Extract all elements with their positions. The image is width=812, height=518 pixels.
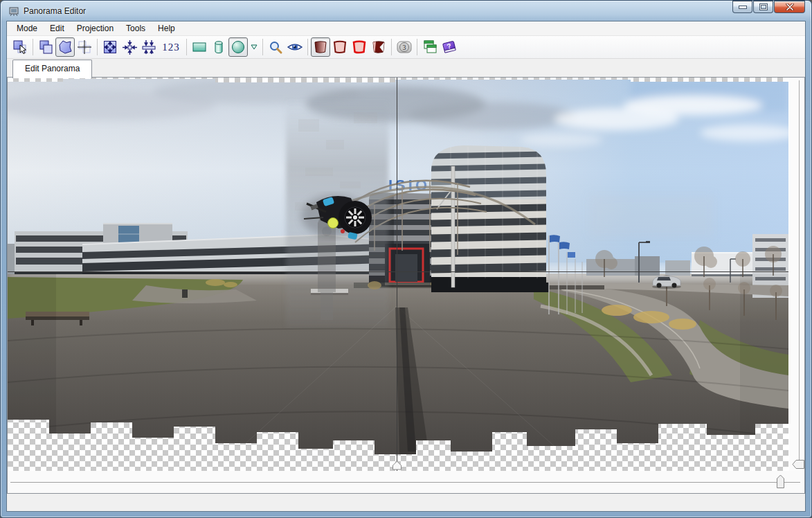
close-button[interactable]: [774, 1, 805, 13]
toolbar-separator: [417, 39, 417, 55]
images-overlap-icon: [37, 39, 54, 55]
crosshair-vertical-line: [397, 78, 397, 471]
image-display-normal-button[interactable]: [311, 37, 330, 57]
svg-text:3: 3: [403, 44, 406, 51]
crosshair-horizontal-line: [8, 271, 788, 272]
window-controls: [732, 1, 805, 13]
image-quad-gradient-icon: [312, 39, 330, 55]
car: [652, 276, 681, 289]
app-window: Panorama Editor Mode Edit Projection Too…: [0, 0, 812, 518]
numbers-label: 123: [162, 42, 180, 53]
panorama-image[interactable]: ISIO: [8, 78, 788, 471]
expand-arrows-icon: [102, 39, 118, 55]
image-quad-highlight-icon: [350, 39, 368, 55]
polygon-mode-button[interactable]: [55, 37, 75, 57]
fit-height-button[interactable]: [139, 37, 159, 57]
select-mode-button[interactable]: [10, 37, 30, 57]
yaw-slider-row: [8, 471, 804, 493]
tab-bar: Edit Panorama: [7, 59, 805, 78]
menu-bar: Mode Edit Projection Tools Help: [7, 21, 805, 36]
image-display-masked-button[interactable]: [369, 37, 388, 57]
yaw-slider-thumb[interactable]: [776, 474, 785, 489]
numeric-transform-button[interactable]: 123: [159, 37, 183, 57]
preview-button[interactable]: [285, 37, 305, 57]
selection-arrow-icon: [12, 39, 28, 55]
flat-projection-icon: [191, 39, 208, 55]
menu-mode[interactable]: Mode: [10, 21, 44, 35]
pitch-slider-gutter: [789, 78, 804, 471]
minimize-icon: [739, 6, 746, 8]
maximize-icon: [760, 4, 767, 10]
pitch-slider-handle[interactable]: [792, 459, 805, 470]
center-view-button[interactable]: [120, 37, 139, 57]
arrange-images-button[interactable]: [36, 37, 55, 57]
menu-projection[interactable]: Projection: [71, 21, 120, 35]
toolbar-separator: [186, 39, 187, 55]
window-count-button[interactable]: 3: [395, 37, 414, 57]
control-points-button[interactable]: [75, 37, 94, 57]
crosshair-grid-icon: [76, 39, 93, 55]
minimize-button[interactable]: [732, 1, 752, 13]
windows-icon: [422, 39, 438, 55]
menu-help[interactable]: Help: [152, 21, 181, 35]
count-badge-icon: 3: [396, 39, 413, 55]
polygon-icon: [57, 39, 73, 55]
image-quad-outline-icon: [331, 39, 349, 55]
center-point-icon: [121, 39, 138, 55]
cylinder-projection-icon: [210, 39, 227, 55]
zoom-tool-button[interactable]: [266, 37, 285, 57]
image-quad-dark-icon: [370, 39, 388, 55]
sphere-projection-icon: [230, 39, 246, 55]
eye-icon: [287, 39, 303, 55]
app-icon: [8, 6, 19, 17]
yaw-slider-track[interactable]: [10, 482, 800, 483]
editor-page: ISIO: [7, 77, 805, 494]
chevron-down-icon: [251, 44, 258, 50]
help-button[interactable]: ?: [440, 37, 459, 57]
toolbar-separator: [33, 39, 33, 55]
toolbar-separator: [307, 39, 308, 55]
image-display-outline-button[interactable]: [330, 37, 350, 57]
close-icon: [786, 3, 794, 10]
projection-cylinder-button[interactable]: [209, 37, 228, 57]
menu-edit[interactable]: Edit: [44, 21, 71, 35]
editor-windows-button[interactable]: [420, 37, 440, 57]
fit-view-button[interactable]: [100, 37, 120, 57]
pitch-slider-track[interactable]: [799, 80, 800, 467]
window-title: Panorama Editor: [24, 6, 86, 16]
panorama-canvas[interactable]: ISIO: [8, 78, 789, 471]
help-book-icon: ?: [441, 39, 458, 55]
tab-edit-panorama[interactable]: Edit Panorama: [12, 60, 92, 78]
tool-bar: 123: [7, 36, 805, 59]
toolbar-separator: [391, 39, 392, 55]
projection-options-dropdown[interactable]: [248, 37, 260, 57]
compress-vertical-icon: [141, 39, 157, 55]
projection-rectilinear-button[interactable]: [190, 37, 209, 57]
center-marker-handle[interactable]: [392, 461, 402, 470]
maximize-button[interactable]: [753, 1, 773, 13]
client-area: Mode Edit Projection Tools Help: [6, 21, 806, 512]
toolbar-separator: [262, 39, 263, 55]
image-display-selected-button[interactable]: [350, 37, 369, 57]
projection-sphere-button[interactable]: [228, 37, 248, 57]
menu-tools[interactable]: Tools: [120, 21, 152, 35]
toolbar-separator: [97, 39, 98, 55]
title-bar[interactable]: Panorama Editor: [1, 1, 811, 21]
magnifier-icon: [267, 39, 284, 55]
